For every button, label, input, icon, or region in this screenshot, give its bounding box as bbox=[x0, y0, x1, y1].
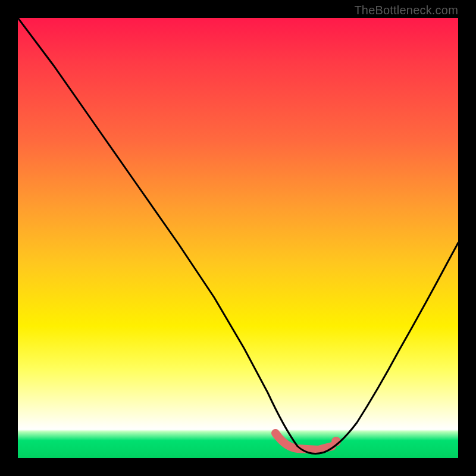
plot-area bbox=[18, 18, 458, 458]
curve-path bbox=[18, 18, 458, 453]
optimal-zone-marker bbox=[275, 433, 332, 450]
bottleneck-curve bbox=[18, 18, 458, 458]
watermark-text: TheBottleneck.com bbox=[354, 4, 458, 17]
chart-frame: TheBottleneck.com bbox=[0, 0, 476, 476]
